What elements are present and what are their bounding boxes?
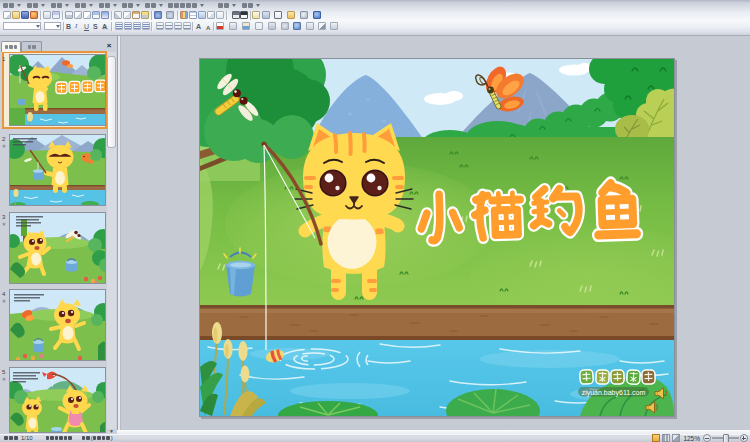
svg-text:ziyuan.baby611.com: ziyuan.baby611.com — [582, 389, 646, 397]
